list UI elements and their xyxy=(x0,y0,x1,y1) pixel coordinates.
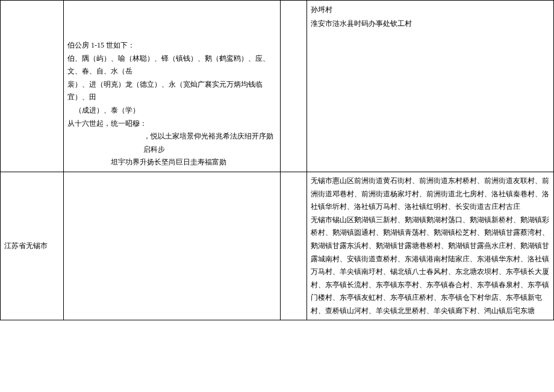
location-line: 淮安市涟水县时码办事处钦工村 xyxy=(311,17,550,31)
document-page: 伯公房 1-15 世如下： 伯、隅（屿）、喻（林聪）、铎（镇钱）、鹅（鹤鸾鸥）、… xyxy=(0,0,554,320)
lineage-line: 从十六世起，统一昭穆： xyxy=(67,117,276,131)
lineage-line: （成进）、泰（学） xyxy=(67,104,276,117)
genealogy-table: 伯公房 1-15 世如下： 伯、隅（屿）、喻（林聪）、铎（镇钱）、鹅（鹤鸾鸥）、… xyxy=(0,0,554,320)
region-cell xyxy=(1,1,64,172)
location-paragraph: 无锡市惠山区前洲街道黄石街村、前洲街道东村桥村、前洲街道友联村、前洲街道邓巷村、… xyxy=(311,175,550,214)
locations-cell: 无锡市惠山区前洲街道黄石街村、前洲街道东村桥村、前洲街道友联村、前洲街道邓巷村、… xyxy=(307,172,554,320)
table-row: 江苏省无锡市 无锡市惠山区前洲街道黄石街村、前洲街道东村桥村、前洲街道友联村、前… xyxy=(1,172,554,320)
lineage-content: 伯公房 1-15 世如下： 伯、隅（屿）、喻（林聪）、铎（镇钱）、鹅（鹤鸾鸥）、… xyxy=(67,3,276,169)
lineage-cell xyxy=(64,172,281,320)
region-cell: 江苏省无锡市 xyxy=(1,172,64,320)
table-row: 伯公房 1-15 世如下： 伯、隅（屿）、喻（林聪）、铎（镇钱）、鹅（鹤鸾鸥）、… xyxy=(1,1,554,172)
blank-cell xyxy=(281,1,307,172)
lineage-line: ，悦以土家培景仰光裕兆希法庆绍开序勋启科步 xyxy=(67,130,276,156)
locations-cell: 孙埒村 淮安市涟水县时码办事处钦工村 xyxy=(307,1,554,172)
blank-cell xyxy=(281,172,307,320)
lineage-line: 伯、隅（屿）、喻（林聪）、铎（镇钱）、鹅（鹤鸾鸥）、应、文、春、自、水（岳 xyxy=(67,52,276,78)
location-line: 孙埒村 xyxy=(311,3,550,17)
lineage-title: 伯公房 1-15 世如下： xyxy=(67,39,276,52)
lineage-line: 裴）、进（明克）龙（德立）、永（宽灿广襄实元万炳均钱临宜）、田 xyxy=(67,78,276,104)
region-text: 江苏省无锡市 xyxy=(4,241,48,250)
lineage-cell: 伯公房 1-15 世如下： 伯、隅（屿）、喻（林聪）、铎（镇钱）、鹅（鹤鸾鸥）、… xyxy=(64,1,281,172)
lineage-line: 坦宇功界升扬长坚尚巨日圭寿福富勋 xyxy=(67,156,276,169)
location-paragraph: 无锡市锡山区鹅湖镇三新村、鹅湖镇鹅湖村荡口、鹅湖镇新桥村、鹅湖镇彩桥村、鹅湖镇圆… xyxy=(311,214,550,318)
